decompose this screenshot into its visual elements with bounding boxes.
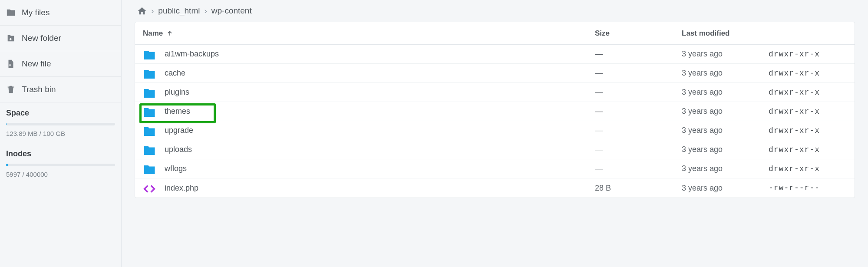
file-name: index.php	[165, 184, 198, 193]
sidebar-item-new-folder[interactable]: New folder	[0, 26, 121, 51]
main-content: › public_html › wp-content Name Size Las…	[122, 0, 868, 267]
trash-icon	[6, 85, 16, 94]
breadcrumb-item[interactable]: wp-content	[211, 6, 252, 16]
space-title: Space	[6, 109, 115, 118]
inodes-title: Inodes	[6, 149, 115, 158]
file-name: cache	[165, 69, 185, 78]
table-row[interactable]: plugins—3 years agodrwxr-xr-x	[135, 83, 855, 102]
breadcrumb-item[interactable]: public_html	[158, 6, 200, 16]
chevron-right-icon: ›	[151, 6, 154, 16]
table-row[interactable]: wflogs—3 years agodrwxr-xr-x	[135, 159, 855, 178]
file-rows-container: ai1wm-backups—3 years agodrwxr-xr-xcache…	[135, 45, 855, 198]
cell-name[interactable]: cache	[143, 68, 595, 79]
cell-modified: 3 years ago	[682, 145, 769, 154]
inodes-usage-fill	[6, 164, 8, 166]
inodes-usage-text: 5997 / 400000	[6, 171, 115, 178]
sidebar-inodes-section: Inodes 5997 / 400000	[0, 143, 121, 184]
cell-size: —	[595, 145, 682, 154]
cell-modified: 3 years ago	[682, 126, 769, 135]
cell-size: —	[595, 49, 682, 59]
table-row[interactable]: index.php28 B3 years ago-rw-r--r--	[135, 178, 855, 198]
file-name: wflogs	[165, 164, 187, 173]
cell-size: —	[595, 69, 682, 78]
cell-name[interactable]: plugins	[143, 87, 595, 98]
cell-name[interactable]: upgrade	[143, 125, 595, 136]
code-file-icon	[143, 182, 156, 194]
chevron-right-icon: ›	[204, 6, 207, 16]
new-file-icon	[6, 59, 16, 69]
sidebar-item-label: New folder	[22, 33, 61, 43]
folder-icon	[143, 87, 156, 98]
sidebar-item-trash-bin[interactable]: Trash bin	[0, 77, 121, 102]
cell-size: 28 B	[595, 184, 682, 193]
cell-name[interactable]: ai1wm-backups	[143, 49, 595, 60]
cell-modified: 3 years ago	[682, 107, 769, 116]
file-name: themes	[165, 107, 190, 116]
inodes-usage-bar	[6, 164, 115, 166]
folder-icon	[143, 106, 156, 117]
cell-permissions: drwxr-xr-x	[769, 88, 847, 97]
cell-permissions: drwxr-xr-x	[769, 50, 847, 59]
cell-size: —	[595, 126, 682, 135]
new-folder-icon	[6, 33, 16, 43]
space-usage-bar	[6, 123, 115, 125]
cell-permissions: drwxr-xr-x	[769, 69, 847, 78]
sort-ascending-icon	[166, 30, 173, 37]
column-header-name[interactable]: Name	[143, 29, 595, 38]
folder-icon	[143, 163, 156, 175]
sidebar-item-label: My files	[22, 8, 50, 17]
cell-modified: 3 years ago	[682, 49, 769, 59]
cell-name[interactable]: index.php	[143, 182, 595, 194]
folder-icon	[143, 68, 156, 79]
column-header-label: Name	[143, 29, 163, 38]
cell-modified: 3 years ago	[682, 164, 769, 173]
cell-name[interactable]: themes	[143, 106, 595, 117]
cell-size: —	[595, 107, 682, 116]
cell-size: —	[595, 164, 682, 173]
file-list-panel: Name Size Last modified ai1wm-backups—3 …	[135, 22, 855, 198]
sidebar-space-section: Space 123.89 MB / 100 GB	[0, 102, 121, 143]
cell-modified: 3 years ago	[682, 88, 769, 97]
file-name: ai1wm-backups	[165, 49, 219, 59]
cell-name[interactable]: uploads	[143, 144, 595, 155]
cell-permissions: drwxr-xr-x	[769, 107, 847, 116]
folder-icon	[6, 8, 16, 17]
folder-icon	[143, 125, 156, 136]
sidebar-item-my-files[interactable]: My files	[0, 0, 121, 26]
file-name: plugins	[165, 88, 189, 97]
cell-permissions: -rw-r--r--	[769, 184, 847, 192]
cell-name[interactable]: wflogs	[143, 163, 595, 175]
table-row[interactable]: ai1wm-backups—3 years agodrwxr-xr-x	[135, 45, 855, 64]
cell-modified: 3 years ago	[682, 69, 769, 78]
folder-icon	[143, 49, 156, 60]
folder-icon	[143, 144, 156, 155]
cell-size: —	[595, 88, 682, 97]
home-icon[interactable]	[137, 6, 147, 16]
table-row[interactable]: upgrade—3 years agodrwxr-xr-x	[135, 121, 855, 140]
cell-permissions: drwxr-xr-x	[769, 126, 847, 135]
file-name: uploads	[165, 145, 192, 154]
sidebar-item-label: New file	[22, 59, 51, 69]
file-list-header: Name Size Last modified	[135, 22, 855, 45]
cell-permissions: drwxr-xr-x	[769, 145, 847, 154]
space-usage-text: 123.89 MB / 100 GB	[6, 130, 115, 137]
sidebar: My files New folder New file Trash bin S…	[0, 0, 122, 267]
column-header-modified[interactable]: Last modified	[682, 29, 769, 38]
sidebar-item-new-file[interactable]: New file	[0, 51, 121, 77]
breadcrumb: › public_html › wp-content	[135, 4, 855, 22]
cell-modified: 3 years ago	[682, 184, 769, 193]
table-row[interactable]: uploads—3 years agodrwxr-xr-x	[135, 140, 855, 159]
file-name: upgrade	[165, 126, 193, 135]
cell-permissions: drwxr-xr-x	[769, 165, 847, 173]
table-row[interactable]: themes—3 years agodrwxr-xr-x	[135, 102, 855, 121]
column-header-size[interactable]: Size	[595, 29, 682, 38]
sidebar-item-label: Trash bin	[22, 85, 56, 94]
table-row[interactable]: cache—3 years agodrwxr-xr-x	[135, 64, 855, 83]
